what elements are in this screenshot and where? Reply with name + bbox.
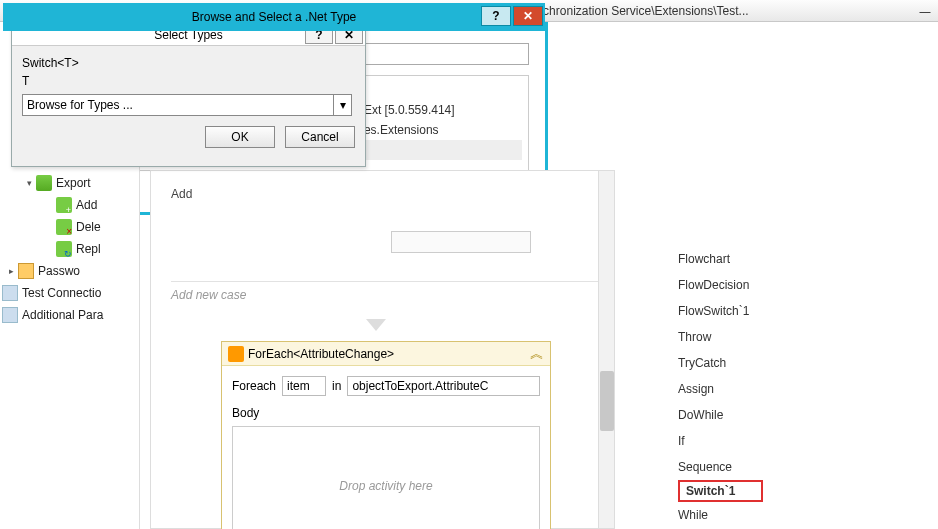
tree-item-addparam[interactable]: Additional Para [0, 304, 139, 326]
minimize-button[interactable]: — [912, 2, 938, 20]
drop-zone[interactable]: Drop activity here [232, 426, 540, 529]
toolbox-list: Flowchart FlowDecision FlowSwitch`1 Thro… [638, 240, 938, 529]
export-icon [36, 175, 52, 191]
body-label: Body [232, 406, 540, 420]
drop-hint: Drop activity here [339, 479, 432, 493]
replace-icon [56, 241, 72, 257]
help-button[interactable]: ? [481, 6, 511, 26]
foreach-activity[interactable]: ForEach<AttributeChange> ︽ Foreach item … [221, 341, 551, 529]
expand-icon[interactable]: ▸ [6, 266, 16, 276]
combo-value: Browse for Types ... [23, 98, 133, 112]
toolbox-label: Throw [678, 330, 711, 344]
tree-item-testconn[interactable]: Test Connectio [0, 282, 139, 304]
foreach-collection-input[interactable]: objectToExport.AttributeC [347, 376, 540, 396]
foreach-label: Foreach [232, 379, 276, 393]
dialog-body: Switch<T> T Browse for Types ... ▾ OK Ca… [12, 46, 365, 158]
toolbox-item-selected[interactable]: Switch`1 [678, 480, 763, 502]
foreach-icon [228, 346, 244, 362]
toolbox-item[interactable]: Sequence [678, 454, 938, 480]
case-label: Add [171, 187, 192, 201]
toolbox-label: FlowSwitch`1 [678, 304, 749, 318]
tree-item-replace[interactable]: Repl [0, 238, 139, 260]
test-icon [2, 285, 18, 301]
toolbox-item[interactable]: If [678, 428, 938, 454]
tree-item-export[interactable]: ▾ Export [0, 172, 139, 194]
delete-icon [56, 219, 72, 235]
activity-header[interactable]: ForEach<AttributeChange> ︽ [222, 342, 550, 366]
activity-title: ForEach<AttributeChange> [248, 347, 394, 361]
toolbox-item[interactable]: FlowDecision [678, 272, 938, 298]
add-case-link[interactable]: Add new case [171, 281, 601, 302]
toolbox-label: TryCatch [678, 356, 726, 370]
type-combo[interactable]: Browse for Types ... ▾ [22, 94, 352, 116]
tree-item-add[interactable]: Add [0, 194, 139, 216]
tree-label: Test Connectio [22, 286, 101, 300]
select-types-dialog: Select Types ? ✕ Switch<T> T Browse for … [11, 23, 366, 167]
toolbox-label: If [678, 434, 685, 448]
toolbox-label: DoWhile [678, 408, 723, 422]
cancel-button[interactable]: Cancel [285, 126, 355, 148]
scroll-thumb[interactable] [600, 371, 614, 431]
toolbox-item[interactable]: DoWhile [678, 402, 938, 428]
t-label: T [22, 74, 355, 88]
toolbox-item[interactable]: FlowSwitch`1 [678, 298, 938, 324]
collapse-icon[interactable]: ▾ [24, 178, 34, 188]
chevron-down-icon: ▾ [340, 98, 346, 112]
switch-label: Switch<T> [22, 56, 355, 70]
toolbox-label: FlowDecision [678, 278, 749, 292]
param-icon [2, 307, 18, 323]
canvas-scrollbar[interactable] [598, 171, 614, 528]
toolbox-item[interactable]: Throw [678, 324, 938, 350]
toolbox-item[interactable]: Flowchart [678, 246, 938, 272]
dialog-title: Browse and Select a .Net Type [192, 10, 357, 24]
foreach-var-input[interactable]: item [282, 376, 326, 396]
toolbox-label: Switch`1 [686, 484, 735, 498]
dropdown-button[interactable]: ▾ [333, 95, 351, 115]
tree-label: Additional Para [22, 308, 103, 322]
tree-label: Dele [76, 220, 101, 234]
case-placeholder[interactable] [391, 231, 531, 253]
tree-item-delete[interactable]: Dele [0, 216, 139, 238]
tree-label: Passwo [38, 264, 80, 278]
toolbox-label: Assign [678, 382, 714, 396]
password-icon [18, 263, 34, 279]
toolbox-item[interactable]: Assign [678, 376, 938, 402]
tree-label: Repl [76, 242, 101, 256]
toolbox-item[interactable]: TryCatch [678, 350, 938, 376]
toolbox-label: Flowchart [678, 252, 730, 266]
foreach-expression-row: Foreach item in objectToExport.Attribute… [232, 376, 540, 396]
ok-button[interactable]: OK [205, 126, 275, 148]
tree-label: Export [56, 176, 91, 190]
tree-item-password[interactable]: ▸Passwo [0, 260, 139, 282]
toolbox-label: Sequence [678, 460, 732, 474]
dialog-titlebar[interactable]: Browse and Select a .Net Type ? ✕ [3, 3, 545, 31]
workflow-canvas[interactable]: Add Add new case ForEach<AttributeChange… [150, 170, 615, 529]
add-icon [56, 197, 72, 213]
in-label: in [332, 379, 341, 393]
toolbox-item[interactable]: While [678, 502, 938, 528]
collapse-chevron-icon[interactable]: ︽ [530, 345, 544, 363]
tree-label: Add [76, 198, 97, 212]
toolbox-label: While [678, 508, 708, 522]
close-button[interactable]: ✕ [513, 6, 543, 26]
activity-body: Foreach item in objectToExport.Attribute… [222, 366, 550, 529]
flow-arrow-icon [366, 319, 386, 331]
